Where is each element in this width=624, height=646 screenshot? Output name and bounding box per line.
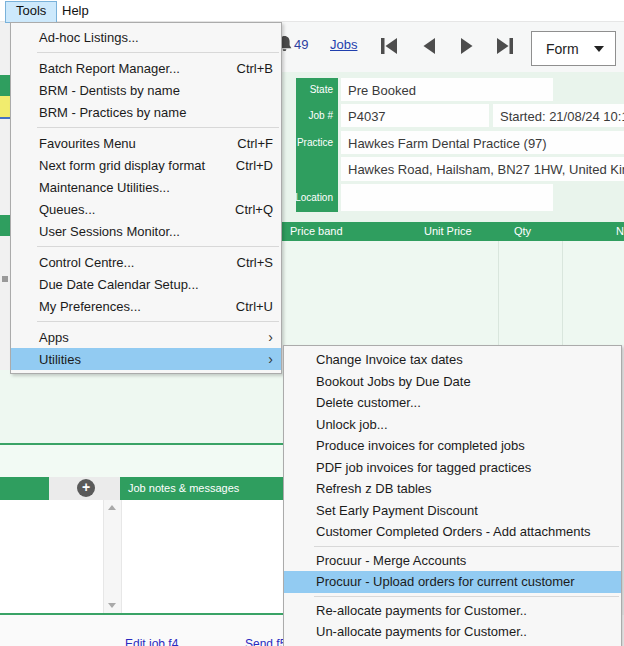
notes-panel-left-header <box>0 477 49 500</box>
menu-item-apps[interactable]: Apps› <box>11 326 281 348</box>
menu-item-queues[interactable]: Queues...Ctrl+Q <box>11 198 281 220</box>
started-field[interactable]: Started: 21/08/24 10:14 <box>493 104 624 127</box>
menu-item-label: Bookout Jobs by Due Date <box>316 374 613 389</box>
menu-item-produce-invoices-for-completed-jobs[interactable]: Produce invoices for completed jobs <box>284 435 621 457</box>
edit-job-link[interactable]: Edit job f4 <box>125 637 178 646</box>
practice-label: Practice <box>297 137 333 148</box>
menu-item-ad-hoc-listings[interactable]: Ad-hoc Listings... <box>11 26 281 48</box>
menu-item-refresh-z-db-tables[interactable]: Refresh z DB tables <box>284 478 621 500</box>
form-view-dropdown[interactable]: Form <box>531 31 616 66</box>
notes-content <box>0 500 283 613</box>
menu-item-label: User Sessions Monitor... <box>39 224 273 239</box>
practice-value: Hawkes Farm Dental Practice (97) <box>348 135 547 150</box>
menu-item-label: Queues... <box>39 202 211 217</box>
menu-item-label: Next form grid display format <box>39 158 212 173</box>
started-value: Started: 21/08/24 10:14 <box>500 108 624 123</box>
add-note-button[interactable]: + <box>77 479 95 497</box>
menu-separator <box>37 127 279 128</box>
occluded-blue-line <box>0 117 10 119</box>
menu-item-control-centre[interactable]: Control Centre...Ctrl+S <box>11 251 281 273</box>
menu-item-due-date-calendar-setup[interactable]: Due Date Calendar Setup... <box>11 273 281 295</box>
address-field[interactable]: Hawkes Road, Hailsham, BN27 1HW, United … <box>341 157 624 181</box>
column-divider <box>498 241 499 345</box>
last-record-icon <box>494 37 516 55</box>
menu-item-label: Produce invoices for completed jobs <box>316 438 613 453</box>
previous-record-button[interactable] <box>418 37 442 55</box>
menubar-tools[interactable]: Tools <box>5 1 57 23</box>
menu-item-label: Procuur - Merge Accounts <box>316 553 613 568</box>
notes-panel-title: Job notes & messages <box>128 477 239 500</box>
notes-panel-header: Job notes & messages <box>120 477 283 500</box>
menu-item-delete-customer[interactable]: Delete customer... <box>284 392 621 414</box>
last-record-button[interactable] <box>494 37 518 55</box>
menu-item-user-sessions-monitor[interactable]: User Sessions Monitor... <box>11 220 281 242</box>
menu-item-batch-report-manager[interactable]: Batch Report Manager...Ctrl+B <box>11 57 281 79</box>
menubar-help[interactable]: Help <box>52 1 99 21</box>
state-field[interactable]: Pre Booked <box>341 78 553 101</box>
menu-separator <box>37 52 279 53</box>
col-name: N <box>616 222 624 241</box>
col-price-band: Price band <box>290 222 343 241</box>
send-link[interactable]: Send f5 <box>245 637 286 646</box>
menu-item-label: Change Invoice tax dates <box>316 352 613 367</box>
menu-item-customer-completed-orders-add-attachments[interactable]: Customer Completed Orders - Add attachme… <box>284 521 621 543</box>
menu-item-label: Apps <box>39 330 255 345</box>
menu-item-label: Unlock job... <box>316 417 613 432</box>
job-number-value: P4037 <box>348 108 386 123</box>
menu-item-accelerator: Ctrl+F <box>237 136 273 151</box>
items-table-body-left <box>0 370 283 443</box>
menu-item-re-allocate-payments-for-customer[interactable]: Re-allocate payments for Customer.. <box>284 600 621 622</box>
scroll-up-icon[interactable] <box>108 505 116 510</box>
column-divider <box>562 241 563 345</box>
occluded-glyph <box>2 276 8 282</box>
state-label: State <box>310 84 333 95</box>
menu-item-accelerator: Ctrl+S <box>237 255 273 270</box>
menu-item-label: Batch Report Manager... <box>39 61 213 76</box>
next-record-button[interactable] <box>456 37 480 55</box>
menu-item-label: Refresh z DB tables <box>316 481 613 496</box>
practice-field[interactable]: Hawkes Farm Dental Practice (97) <box>341 131 624 154</box>
menu-item-next-form-grid-display-format[interactable]: Next form grid display formatCtrl+D <box>11 154 281 176</box>
menu-item-procuur-upload-orders-for-current-customer[interactable]: Procuur - Upload orders for current cust… <box>284 571 621 593</box>
menu-item-pdf-job-invoices-for-tagged-practices[interactable]: PDF job invoices for tagged practices <box>284 457 621 479</box>
menu-item-set-early-payment-discount[interactable]: Set Early Payment Discount <box>284 500 621 522</box>
notes-scrollbar[interactable] <box>103 500 122 613</box>
jobs-link[interactable]: Jobs <box>330 37 357 52</box>
location-field[interactable] <box>341 184 553 211</box>
first-record-button[interactable] <box>378 37 402 55</box>
menu-item-label: BRM - Practices by name <box>39 105 273 120</box>
menu-item-label: Procuur - Upload orders for current cust… <box>316 574 613 589</box>
job-number-field[interactable]: P4037 <box>341 104 489 127</box>
menu-item-brm-dentists-by-name[interactable]: BRM - Dentists by name <box>11 79 281 101</box>
first-record-icon <box>378 37 400 55</box>
menu-item-accelerator: Ctrl+Q <box>235 202 273 217</box>
menu-item-utilities[interactable]: Utilities› <box>11 348 281 370</box>
menu-item-procuur-merge-accounts[interactable]: Procuur - Merge Accounts <box>284 550 621 572</box>
menu-item-label: BRM - Dentists by name <box>39 83 273 98</box>
menu-item-label: My Preferences... <box>39 299 212 314</box>
menu-item-my-preferences[interactable]: My Preferences...Ctrl+U <box>11 295 281 317</box>
menu-item-label: Customer Completed Orders - Add attachme… <box>316 524 613 539</box>
menu-separator <box>314 546 619 547</box>
menu-separator <box>314 596 619 597</box>
menu-item-favourites-menu[interactable]: Favourites MenuCtrl+F <box>11 132 281 154</box>
menu-item-un-allocate-payments-for-customer[interactable]: Un-allocate payments for Customer.. <box>284 621 621 643</box>
menu-item-unlock-job[interactable]: Unlock job... <box>284 414 621 436</box>
menu-item-label: Control Centre... <box>39 255 213 270</box>
menu-item-label: Ad-hoc Listings... <box>39 30 273 45</box>
menu-item-bookout-jobs-by-due-date[interactable]: Bookout Jobs by Due Date <box>284 371 621 393</box>
next-record-icon <box>456 37 478 55</box>
col-unit-price: Unit Price <box>424 222 472 241</box>
notification-count: 49 <box>294 37 308 52</box>
occluded-green-row <box>0 75 10 96</box>
menu-item-change-invoice-tax-dates[interactable]: Change Invoice tax dates <box>284 349 621 371</box>
menu-item-brm-practices-by-name[interactable]: BRM - Practices by name <box>11 101 281 123</box>
job-form-label-column: State Job # Practice Location <box>296 78 338 212</box>
location-label: Location <box>295 192 333 203</box>
menu-item-label: Favourites Menu <box>39 136 213 151</box>
menu-item-label: Maintenance Utilities... <box>39 180 273 195</box>
menu-item-label: Utilities <box>39 352 255 367</box>
occluded-green-row <box>0 215 10 236</box>
menu-item-maintenance-utilities[interactable]: Maintenance Utilities... <box>11 176 281 198</box>
scroll-down-icon[interactable] <box>108 603 116 608</box>
